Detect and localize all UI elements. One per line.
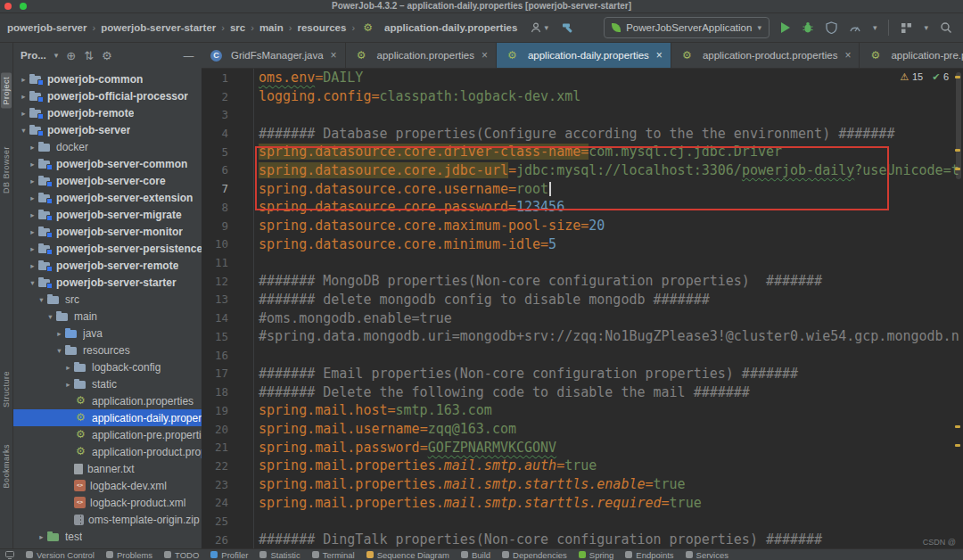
code-line[interactable]: 2logging.config=classpath:logback-dev.xm… bbox=[202, 87, 963, 106]
chevron-down-icon[interactable]: ▾ bbox=[873, 23, 877, 32]
coverage-button[interactable] bbox=[826, 21, 837, 34]
code-line[interactable]: 18####### Delete the following code to d… bbox=[202, 383, 963, 401]
code-line[interactable]: 26####### DingTalk properties(Non-core c… bbox=[202, 531, 963, 548]
code-line[interactable]: 21spring.mail.password=GOFZPNARMVKCGONV bbox=[202, 438, 963, 457]
tree-item[interactable]: ▸docker bbox=[13, 138, 202, 155]
chevron-down-icon[interactable]: ▾ bbox=[28, 278, 37, 287]
chevron-right-icon[interactable]: ▸ bbox=[63, 363, 73, 372]
debug-button[interactable] bbox=[802, 21, 814, 34]
status-item-version-control[interactable]: Version Control bbox=[26, 550, 95, 560]
status-item-services[interactable]: Services bbox=[686, 550, 728, 560]
code-line[interactable]: 13####### delete mongodb config to disab… bbox=[202, 291, 963, 309]
warning-stripe-mark[interactable] bbox=[955, 425, 960, 428]
code-line[interactable]: 17####### Email properties(Non-core conf… bbox=[202, 365, 963, 383]
tree-item[interactable]: ▾src bbox=[13, 291, 202, 308]
tree-item[interactable]: ⚙application.properties bbox=[13, 392, 202, 409]
breadcrumb-item[interactable]: powerjob-server bbox=[7, 22, 86, 33]
chevron-down-icon[interactable]: ▾ bbox=[19, 126, 29, 135]
close-icon[interactable]: × bbox=[482, 49, 488, 62]
tree-item[interactable]: ▸powerjob-server-monitor bbox=[13, 223, 202, 240]
close-icon[interactable]: × bbox=[844, 49, 851, 62]
chevron-right-icon[interactable]: ▸ bbox=[19, 75, 29, 84]
chevron-down-icon[interactable]: ▾ bbox=[924, 23, 928, 32]
tree-item[interactable]: ▸powerjob-official-processor bbox=[13, 87, 202, 104]
chevron-right-icon[interactable]: ▸ bbox=[28, 244, 37, 253]
code-line[interactable]: 8spring.datasource.core.password=123456 bbox=[202, 198, 963, 217]
editor-tab[interactable]: ⚙application-pre.properties× bbox=[860, 43, 963, 68]
editor-scrollbar[interactable] bbox=[956, 72, 961, 179]
chevron-right-icon[interactable]: ▸ bbox=[19, 109, 29, 118]
code-line[interactable]: 19spring.mail.host=smtp.163.com bbox=[202, 401, 963, 420]
chevron-right-icon[interactable]: ▸ bbox=[28, 227, 37, 236]
chevron-down-icon[interactable]: ▾ bbox=[45, 312, 55, 321]
tree-item[interactable]: ▸logback-config bbox=[13, 358, 202, 375]
chevron-right-icon[interactable]: ▸ bbox=[28, 177, 37, 185]
project-view-selector[interactable]: Pro... bbox=[21, 50, 46, 61]
user-account-icon[interactable]: ▾ bbox=[530, 21, 548, 34]
tree-item[interactable]: ▸powerjob-server-extension bbox=[13, 189, 202, 206]
close-icon[interactable]: × bbox=[656, 49, 663, 62]
breadcrumb-item[interactable]: main bbox=[259, 22, 284, 33]
tree-item[interactable]: ▾powerjob-server-starter bbox=[13, 274, 202, 291]
status-item-terminal[interactable]: Terminal bbox=[312, 550, 355, 560]
status-item-statistic[interactable]: Statistic bbox=[259, 550, 300, 560]
code-line[interactable]: 7spring.datasource.core.username=root bbox=[202, 179, 963, 198]
status-item-todo[interactable]: TODO bbox=[164, 550, 199, 560]
status-item-problems[interactable]: Problems bbox=[106, 550, 152, 560]
status-item-sequence-diagram[interactable]: Sequence Diagram bbox=[366, 550, 449, 560]
editor[interactable]: 1oms.env=DAILY2logging.config=classpath:… bbox=[202, 69, 963, 548]
tree-item[interactable]: ▸test bbox=[13, 528, 202, 545]
run-configuration-selector[interactable]: PowerJobServerApplication ▾ bbox=[604, 17, 770, 38]
code-line[interactable]: 11 bbox=[202, 253, 963, 272]
code-line[interactable]: 1oms.env=DAILY bbox=[202, 69, 963, 87]
tree-item[interactable]: ▾main bbox=[13, 308, 202, 325]
warning-stripe-mark[interactable] bbox=[955, 444, 960, 447]
tree-item[interactable]: <>logback-product.xml bbox=[13, 494, 202, 511]
tree-item[interactable]: ▸java bbox=[13, 325, 202, 342]
expand-collapse-button[interactable]: ⇅ bbox=[84, 50, 94, 62]
tree-item[interactable]: oms-template-origin.zip bbox=[13, 511, 202, 528]
code-line[interactable]: 12####### MongoDB properties(Non-core co… bbox=[202, 272, 963, 291]
code-line[interactable]: 25 bbox=[202, 512, 963, 531]
status-item-build[interactable]: Build bbox=[461, 550, 490, 560]
code-line[interactable]: 23spring.mail.properties.mail.smtp.start… bbox=[202, 475, 963, 494]
code-line[interactable]: 24spring.mail.properties.mail.smtp.start… bbox=[202, 494, 963, 513]
hide-panel-button[interactable]: — bbox=[183, 50, 194, 62]
breadcrumb-item[interactable]: resources bbox=[297, 22, 346, 33]
gear-icon[interactable]: ⚙ bbox=[102, 50, 112, 62]
chevron-right-icon[interactable]: ▸ bbox=[28, 210, 37, 219]
tree-item[interactable]: ⚙application-pre.properties bbox=[13, 426, 202, 443]
breadcrumb-item[interactable]: powerjob-server-starter bbox=[101, 22, 216, 33]
warning-stripe-mark[interactable] bbox=[955, 149, 960, 152]
close-icon[interactable]: × bbox=[331, 49, 337, 62]
tree-item[interactable]: ▸static bbox=[13, 375, 202, 392]
code-line[interactable]: 4####### Database properties(Configure a… bbox=[202, 124, 963, 143]
warning-stripe-mark[interactable] bbox=[955, 168, 960, 170]
tree-item[interactable]: ▸powerjob-server-migrate bbox=[13, 206, 202, 223]
tool-window-button-project[interactable]: Project bbox=[1, 73, 12, 109]
chevron-down-icon[interactable]: ▾ bbox=[54, 346, 64, 355]
chevron-right-icon[interactable]: ▸ bbox=[28, 143, 37, 152]
code-line[interactable]: 16 bbox=[202, 346, 963, 365]
tree-item[interactable]: ▸powerjob-common bbox=[13, 70, 202, 87]
warning-stripe-mark[interactable] bbox=[955, 76, 960, 78]
code-line[interactable]: 10spring.datasource.core.minimum-idle=5 bbox=[202, 235, 963, 253]
profiler-button[interactable] bbox=[849, 22, 861, 33]
status-item-profiler[interactable]: Profiler bbox=[210, 550, 248, 560]
tree-item[interactable]: ▸powerjob-server-core bbox=[13, 172, 202, 189]
breadcrumb-item[interactable]: application-daily.properties bbox=[384, 22, 517, 33]
tool-window-button-structure[interactable]: Structure bbox=[1, 367, 12, 411]
breadcrumb-item[interactable]: src bbox=[230, 22, 245, 33]
status-item-dependencies[interactable]: Dependencies bbox=[502, 550, 567, 560]
chevron-right-icon[interactable]: ▸ bbox=[28, 194, 37, 202]
chevron-right-icon[interactable]: ▸ bbox=[19, 92, 29, 101]
tree-item[interactable]: ▾powerjob-server bbox=[13, 121, 202, 138]
tool-window-button-db-browser[interactable]: DB Browser bbox=[1, 143, 12, 197]
tool-window-button-bookmarks[interactable]: Bookmarks bbox=[1, 441, 12, 492]
chevron-down-icon[interactable]: ▾ bbox=[37, 295, 46, 304]
search-icon[interactable] bbox=[940, 21, 952, 34]
chevron-right-icon[interactable]: ▸ bbox=[37, 532, 46, 541]
chevron-right-icon[interactable]: ▸ bbox=[54, 329, 64, 338]
code-line[interactable]: 20spring.mail.username=zqq@163.com bbox=[202, 420, 963, 439]
editor-tab[interactable]: ⚙application-daily.properties× bbox=[497, 43, 671, 68]
